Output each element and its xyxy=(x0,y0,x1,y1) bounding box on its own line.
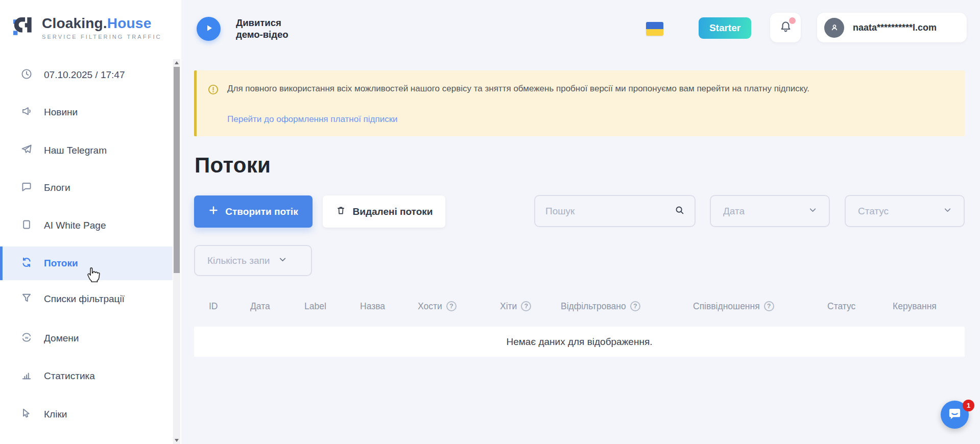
bar-chart-icon xyxy=(20,369,33,383)
banner-message: Для повного використання всіх можливосте… xyxy=(227,82,947,95)
sidebar-item-flows[interactable]: Потоки xyxy=(0,246,173,280)
column-header-hits: Хіти? xyxy=(500,296,531,316)
chevron-down-icon xyxy=(943,205,952,217)
column-header-ratio: Співвідношення? xyxy=(693,296,774,316)
funnel-icon xyxy=(20,292,33,306)
deleted-flows-label: Видалені потоки xyxy=(353,206,433,217)
column-header-id: ID xyxy=(209,296,218,316)
user-menu[interactable]: naata**********l.com xyxy=(817,13,967,42)
scrollbar-down-arrow[interactable] xyxy=(175,439,179,442)
sidebar-item-label: Потоки xyxy=(44,258,78,269)
column-header-hosts: Хости? xyxy=(418,296,457,316)
language-flag-ukraine[interactable] xyxy=(646,22,663,36)
search-icon[interactable] xyxy=(674,205,685,218)
upgrade-subscription-link[interactable]: Перейти до оформлення платної підписки xyxy=(227,114,398,125)
help-icon[interactable]: ? xyxy=(630,301,640,311)
column-header-actions: Керування xyxy=(893,296,937,316)
sidebar-item-label: Списки фільтрації xyxy=(44,293,125,305)
sidebar-item-label: Статистика xyxy=(44,371,95,382)
sidebar-item-label: Кліки xyxy=(44,409,67,420)
help-icon[interactable]: ? xyxy=(521,301,531,311)
avatar xyxy=(824,18,844,38)
date-filter-label: Дата xyxy=(723,206,745,217)
sidebar: Cloaking.House SERVICE FILTERING TRAFFIC… xyxy=(0,0,181,444)
chevron-down-icon xyxy=(808,205,818,217)
column-header-name: Назва xyxy=(360,296,385,316)
notification-dot xyxy=(789,17,796,24)
flag-blue-stripe xyxy=(646,22,663,29)
sidebar-item-telegram[interactable]: Наш Telegram xyxy=(0,137,173,164)
play-icon xyxy=(204,23,213,35)
table-empty-state: Немає даних для відображення. xyxy=(194,327,965,357)
svg-text:w: w xyxy=(25,335,29,340)
help-icon[interactable]: ? xyxy=(446,301,457,311)
sidebar-item-blogs[interactable]: Блоги xyxy=(0,175,173,201)
plan-badge[interactable]: Starter xyxy=(699,17,751,39)
column-header-filtered: Відфільтровано? xyxy=(561,296,640,316)
sidebar-item-news[interactable]: Новини xyxy=(0,99,173,126)
scrollbar-thumb[interactable] xyxy=(174,67,180,273)
telegram-icon xyxy=(20,143,33,158)
megaphone-icon xyxy=(20,105,33,119)
sidebar-item-ai-white-page[interactable]: AI White Page xyxy=(0,212,173,239)
notifications-button[interactable] xyxy=(770,13,801,42)
user-email: naata**********l.com xyxy=(853,22,937,33)
brand-name-secondary: House xyxy=(107,15,152,31)
status-filter-select[interactable]: Статус xyxy=(845,195,965,227)
demo-video-label[interactable]: Дивитися демо-відео xyxy=(236,17,302,40)
sidebar-item-filter-lists[interactable]: Списки фільтрації xyxy=(0,286,173,312)
search-box xyxy=(534,195,696,227)
empty-state-text: Немає даних для відображення. xyxy=(507,336,653,348)
plus-icon xyxy=(208,205,219,218)
date-filter-select[interactable]: Дата xyxy=(710,195,830,227)
column-header-status: Статус xyxy=(827,296,855,316)
brand-name-primary: Cloaking. xyxy=(42,15,107,31)
sidebar-item-label: Домени xyxy=(44,333,79,344)
brand-logo-icon xyxy=(13,15,35,41)
page-icon xyxy=(20,218,33,233)
warning-icon xyxy=(207,84,219,97)
chat-unread-badge: 1 xyxy=(963,400,974,411)
chat-smile-icon xyxy=(947,406,963,424)
sidebar-scrollbar[interactable] xyxy=(173,59,180,444)
demo-video-play-button[interactable] xyxy=(197,17,221,41)
globe-www-icon: w xyxy=(20,331,33,346)
sidebar-item-clicks[interactable]: Кліки xyxy=(0,401,173,428)
column-header-label: Label xyxy=(304,296,326,316)
chat-bubble-icon xyxy=(20,181,33,195)
table-header-row: ID Дата Label Назва Хости? Хіти? Відфіль… xyxy=(194,296,965,316)
sidebar-item-label: Блоги xyxy=(44,182,70,193)
scrollbar-up-arrow[interactable] xyxy=(175,61,179,64)
search-input[interactable] xyxy=(545,206,674,217)
flag-yellow-stripe xyxy=(646,29,663,36)
page-title: Потоки xyxy=(195,153,271,178)
app-root: Cloaking.House SERVICE FILTERING TRAFFIC… xyxy=(0,0,980,444)
column-header-date: Дата xyxy=(250,296,270,316)
brand-tagline: SERVICE FILTERING TRAFFIC xyxy=(42,34,162,40)
status-filter-label: Статус xyxy=(858,206,889,217)
sidebar-item-label: AI White Page xyxy=(44,220,106,231)
brand-logo-text: Cloaking.House SERVICE FILTERING TRAFFIC xyxy=(42,16,162,40)
sidebar-item-label: Наш Telegram xyxy=(44,145,107,156)
brand-logo[interactable]: Cloaking.House SERVICE FILTERING TRAFFIC xyxy=(13,15,162,41)
trash-icon xyxy=(336,205,346,218)
sidebar-item-date[interactable]: 07.10.2025 / 17:47 xyxy=(0,62,173,88)
sidebar-item-label: Новини xyxy=(44,107,78,118)
create-flow-button[interactable]: Створити потік xyxy=(194,195,313,228)
deleted-flows-button[interactable]: Видалені потоки xyxy=(323,195,445,228)
per-page-select[interactable]: Кількість запи xyxy=(194,245,312,276)
sidebar-item-statistics[interactable]: Статистика xyxy=(0,363,173,389)
trial-warning-banner: Для повного використання всіх можливосте… xyxy=(194,70,965,136)
create-flow-label: Створити потік xyxy=(225,206,298,217)
help-icon[interactable]: ? xyxy=(764,301,774,311)
chevron-down-icon xyxy=(278,255,288,266)
sync-icon xyxy=(20,256,33,270)
sidebar-item-domains[interactable]: w Домени xyxy=(0,325,173,352)
per-page-label: Кількість запи xyxy=(207,255,270,266)
sidebar-item-label: 07.10.2025 / 17:47 xyxy=(44,69,125,81)
cursor-arrow-icon xyxy=(20,407,33,422)
clock-icon xyxy=(20,68,33,82)
